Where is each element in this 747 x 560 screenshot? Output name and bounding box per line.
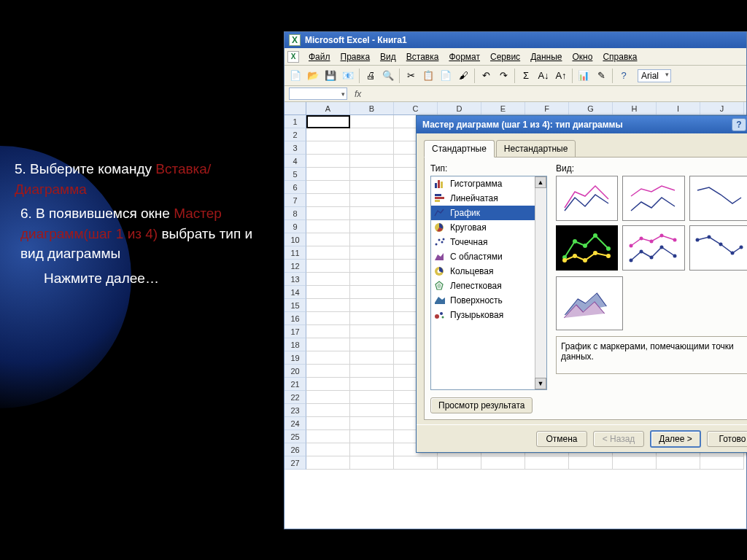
chart-type-item[interactable]: Гистограмма xyxy=(431,176,546,191)
cell[interactable] xyxy=(350,365,394,378)
cell[interactable] xyxy=(306,351,350,365)
cell[interactable] xyxy=(569,456,613,470)
cell[interactable] xyxy=(350,443,394,456)
help-button[interactable]: ? xyxy=(732,118,746,131)
cell[interactable] xyxy=(306,286,350,299)
row-header[interactable]: 4 xyxy=(285,155,306,168)
cell[interactable] xyxy=(306,246,350,260)
open-icon[interactable]: 📂 xyxy=(305,68,321,84)
subtype-6[interactable] xyxy=(689,225,747,271)
cell[interactable] xyxy=(306,338,350,351)
col-F[interactable]: F xyxy=(525,102,569,114)
scrollbar-track[interactable] xyxy=(535,176,546,389)
cell[interactable] xyxy=(306,181,350,194)
cell[interactable] xyxy=(306,273,350,286)
cell[interactable] xyxy=(306,155,350,168)
cell[interactable] xyxy=(350,312,394,325)
autosum-icon[interactable]: Σ xyxy=(518,68,534,84)
font-selector[interactable]: Arial xyxy=(638,69,671,82)
row-header[interactable]: 11 xyxy=(285,246,306,260)
copy-icon[interactable]: 📋 xyxy=(420,68,436,84)
cell[interactable] xyxy=(350,128,394,141)
cell[interactable] xyxy=(700,456,744,470)
row-header[interactable]: 16 xyxy=(285,312,306,325)
cell[interactable] xyxy=(657,456,700,470)
drawing-icon[interactable]: ✎ xyxy=(593,68,609,84)
cell[interactable] xyxy=(481,456,525,470)
cell[interactable] xyxy=(350,456,394,470)
row-header[interactable]: 23 xyxy=(285,404,306,417)
menu-window[interactable]: Окно xyxy=(567,50,597,64)
menu-insert[interactable]: Вставка xyxy=(401,50,444,64)
col-E[interactable]: E xyxy=(481,102,525,114)
row-header[interactable]: 21 xyxy=(285,378,306,391)
row-header[interactable]: 27 xyxy=(285,456,306,470)
menu-format[interactable]: Формат xyxy=(444,50,485,64)
cell[interactable] xyxy=(306,391,350,404)
cell[interactable] xyxy=(306,456,350,470)
row-header[interactable]: 1 xyxy=(285,115,306,128)
scroll-down-icon[interactable]: ▼ xyxy=(535,378,546,389)
sort-asc-icon[interactable]: A↓ xyxy=(535,68,551,84)
redo-icon[interactable]: ↷ xyxy=(495,68,511,84)
paste-icon[interactable]: 📄 xyxy=(438,68,454,84)
row-header[interactable]: 22 xyxy=(285,391,306,404)
cell[interactable] xyxy=(306,378,350,391)
col-A[interactable]: A xyxy=(306,102,350,114)
cell[interactable] xyxy=(350,286,394,299)
cell[interactable] xyxy=(350,194,394,207)
cell[interactable] xyxy=(350,299,394,312)
scroll-up-icon[interactable]: ▲ xyxy=(535,176,546,188)
preview-result-button[interactable]: Просмотр результата xyxy=(430,397,533,413)
cell[interactable] xyxy=(306,128,350,141)
fx-icon[interactable]: fx xyxy=(355,89,361,99)
cell[interactable] xyxy=(350,220,394,233)
menu-view[interactable]: Вид xyxy=(375,50,401,64)
cell[interactable] xyxy=(350,246,394,260)
cell[interactable] xyxy=(394,456,438,470)
cell[interactable] xyxy=(306,115,350,128)
cell[interactable] xyxy=(350,351,394,365)
row-header[interactable]: 15 xyxy=(285,299,306,312)
cell[interactable] xyxy=(306,417,350,430)
cell[interactable] xyxy=(613,456,657,470)
row-header[interactable]: 26 xyxy=(285,443,306,456)
row-header[interactable]: 13 xyxy=(285,273,306,286)
cell[interactable] xyxy=(350,155,394,168)
row-header[interactable]: 6 xyxy=(285,181,306,194)
menu-data[interactable]: Данные xyxy=(525,50,567,64)
chart-type-item[interactable]: Круговая xyxy=(431,220,546,235)
cell[interactable] xyxy=(306,443,350,456)
cell[interactable] xyxy=(306,299,350,312)
next-button[interactable]: Далее > xyxy=(650,430,701,448)
cut-icon[interactable]: ✂ xyxy=(403,68,419,84)
subtype-5[interactable] xyxy=(622,225,684,271)
col-C[interactable]: C xyxy=(394,102,438,114)
row-header[interactable]: 25 xyxy=(285,430,306,443)
cell[interactable] xyxy=(350,168,394,181)
tab-standard[interactable]: Стандартные xyxy=(424,140,495,158)
mail-icon[interactable]: 📧 xyxy=(340,68,356,84)
cell[interactable] xyxy=(350,378,394,391)
cell[interactable] xyxy=(350,430,394,443)
cell[interactable] xyxy=(306,141,350,155)
preview-icon[interactable]: 🔍 xyxy=(380,68,396,84)
format-painter-icon[interactable]: 🖌 xyxy=(455,68,471,84)
chart-type-item[interactable]: С областями xyxy=(431,249,546,264)
cell[interactable] xyxy=(350,181,394,194)
cell[interactable] xyxy=(350,115,394,128)
menu-file[interactable]: Файл xyxy=(303,50,336,64)
undo-icon[interactable]: ↶ xyxy=(478,68,494,84)
print-icon[interactable]: 🖨 xyxy=(363,68,379,84)
row-header[interactable]: 18 xyxy=(285,338,306,351)
subtype-2[interactable] xyxy=(622,176,684,221)
row-header[interactable]: 19 xyxy=(285,351,306,365)
cell[interactable] xyxy=(306,365,350,378)
row-header[interactable]: 2 xyxy=(285,128,306,141)
chart-type-item[interactable]: Точечная xyxy=(431,235,546,249)
row-header[interactable]: 24 xyxy=(285,417,306,430)
menu-tools[interactable]: Сервис xyxy=(485,50,525,64)
cell[interactable] xyxy=(306,207,350,220)
row-header[interactable]: 14 xyxy=(285,286,306,299)
cell[interactable] xyxy=(306,430,350,443)
